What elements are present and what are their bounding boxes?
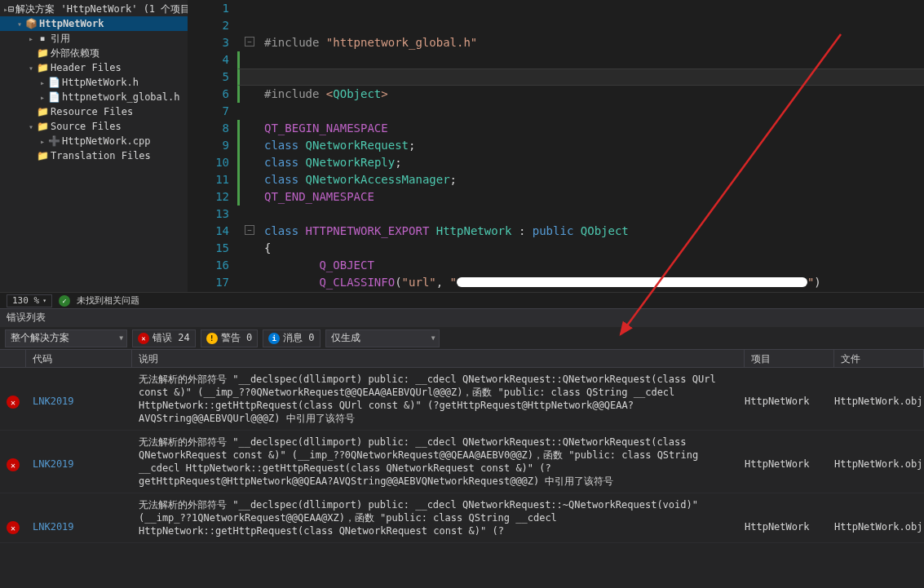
expand-arrow-icon[interactable]: ▾ [15,20,24,29]
line-number: 8 [188,120,229,137]
tree-item[interactable]: ▾📁Header Files [0,60,188,75]
folder-icon: 📁 [36,47,49,59]
code-area[interactable]: −#include "httpnetwork_global.h"#include… [237,0,924,292]
panel-title: 错误列表 [0,309,924,327]
errors-filter-button[interactable]: ✕错误 24 [132,329,196,347]
error-code[interactable]: LNK2019 [26,435,132,470]
error-file: HttpNetWork.obj [834,498,924,533]
line-number: 9 [188,137,229,154]
tree-item[interactable]: ▸⊟解决方案 'HttpNetWork' (1 个项目)/共 [0,2,188,16]
warnings-filter-button[interactable]: !警告 0 [201,329,258,347]
tree-item[interactable]: ▾📦HttpNetWork [0,16,188,31]
code-line[interactable] [237,51,924,69]
code-line[interactable]: −class HTTPNETWORK_EXPORT HttpNetwork : … [237,223,924,240]
expand-arrow-icon[interactable]: ▸ [38,93,47,102]
tree-item-label: Translation Files [51,150,151,161]
error-row[interactable]: ✕LNK2019无法解析的外部符号 "__declspec(dllimport)… [0,368,924,431]
expand-arrow-icon[interactable]: ▸ [26,34,36,43]
error-description: 无法解析的外部符号 "__declspec(dllimport) public:… [132,373,745,425]
line-number: 17 [188,274,229,291]
code-line[interactable]: QT_BEGIN_NAMESPACE [237,120,924,137]
code-line[interactable]: QT_END_NAMESPACE [237,188,924,206]
code-line[interactable]: Q_OBJECT [237,257,924,274]
messages-filter-button[interactable]: i消息 0 [263,329,320,347]
code-line[interactable]: class QNetworkAccessManager; [237,171,924,188]
code-line[interactable] [237,17,924,34]
tree-item[interactable]: ▸📄httpnetwork_global.h [0,90,188,104]
code-line[interactable]: class QNetworkReply; [237,154,924,171]
tree-item-label: HttpNetWork.cpp [62,135,150,147]
col-project[interactable]: 项目 [745,350,834,367]
col-file[interactable]: 文件 [834,350,924,367]
solution-tree[interactable]: ▸⊟解决方案 'HttpNetWork' (1 个项目)/共▾📦HttpNetW… [0,0,188,165]
tree-item-label: Source Files [51,121,122,132]
tree-item[interactable]: 📁Translation Files [0,148,188,163]
code-line[interactable]: −#include "httpnetwork_global.h" [237,34,924,51]
code-line[interactable] [237,103,924,120]
expand-arrow-icon[interactable]: ▾ [26,64,36,73]
tree-item-label: Header Files [51,62,122,73]
code-editor[interactable]: 1234567891011121314151617 −#include "htt… [188,0,924,292]
folder-icon: 📁 [36,121,49,132]
error-code[interactable]: LNK2019 [26,373,132,407]
error-icon: ✕ [138,333,149,344]
expand-arrow-icon[interactable]: ▸ [38,137,47,146]
code-line[interactable]: class QNetworkRequest; [237,137,924,154]
build-filter-combo[interactable]: 仅生成 [325,329,440,347]
code-line[interactable]: { [237,240,924,257]
line-number: 13 [188,206,229,223]
expand-arrow-icon[interactable]: ▾ [26,122,36,131]
code-line[interactable] [237,69,924,86]
line-number: 15 [188,240,229,257]
tree-item-label: Resource Files [51,106,133,117]
line-number: 11 [188,171,229,188]
line-number: 4 [188,51,229,69]
tree-item[interactable]: 📁外部依赖项 [0,46,188,60]
col-icon[interactable] [0,350,26,367]
fold-icon[interactable]: − [245,37,254,46]
cpp-icon: ➕ [47,135,60,147]
code-line[interactable] [237,206,924,223]
error-file: HttpNetWork.obj [834,373,924,407]
tree-item[interactable]: ▸▪引用 [0,31,188,46]
tree-item[interactable]: ▸📄HttpNetWork.h [0,75,188,90]
tree-item-label: 引用 [51,32,70,46]
error-table-header: 代码 说明 项目 文件 [0,350,924,368]
code-line[interactable] [237,0,924,17]
line-number: 7 [188,103,229,120]
code-line[interactable]: #include <QObject> [237,86,924,103]
error-description: 无法解析的外部符号 "__declspec(dllimport) public:… [132,435,745,488]
tree-item-label: HttpNetWork [39,18,104,29]
error-row[interactable]: ✕LNK2019无法解析的外部符号 "__declspec(dllimport)… [0,431,924,493]
error-code[interactable]: LNK2019 [26,498,132,533]
tree-item[interactable]: 📁Resource Files [0,104,188,119]
col-code[interactable]: 代码 [26,350,132,367]
info-icon: i [268,333,280,344]
line-number: 1 [188,0,229,17]
tree-item[interactable]: ▾📁Source Files [0,119,188,134]
code-line[interactable]: Q_CLASSINFO("url", " ") [237,274,924,291]
tree-item[interactable]: ▸➕HttpNetWork.cpp [0,134,188,148]
fold-icon[interactable]: − [245,225,254,235]
tree-item-label: HttpNetWork.h [62,77,139,88]
refs-icon: ▪ [36,33,49,44]
project-icon: 📦 [24,18,38,29]
error-file: HttpNetWork.obj [834,435,924,470]
tree-item-label: 外部依赖项 [51,46,99,60]
line-number: 6 [188,86,229,103]
tree-item-label: 解决方案 'HttpNetWork' (1 个项目)/共 [15,2,188,16]
zoom-level[interactable]: 130 % ▾ [7,294,52,307]
scope-combo[interactable]: 整个解决方案 [5,329,127,347]
line-number: 10 [188,154,229,171]
folder-icon: 📁 [36,106,49,117]
col-desc[interactable]: 说明 [132,350,745,367]
status-message: 未找到相关问题 [77,294,139,307]
expand-arrow-icon[interactable]: ▸ [38,78,47,87]
error-row[interactable]: ✕LNK2019无法解析的外部符号 "__declspec(dllimport)… [0,493,924,543]
folder-icon: 📁 [36,62,49,73]
folder-icon: 📁 [36,150,49,161]
line-number: 16 [188,257,229,274]
line-number: 2 [188,17,229,34]
solution-explorer: ▸⊟解决方案 'HttpNetWork' (1 个项目)/共▾📦HttpNetW… [0,0,188,292]
error-table-body[interactable]: ✕LNK2019无法解析的外部符号 "__declspec(dllimport)… [0,368,924,588]
